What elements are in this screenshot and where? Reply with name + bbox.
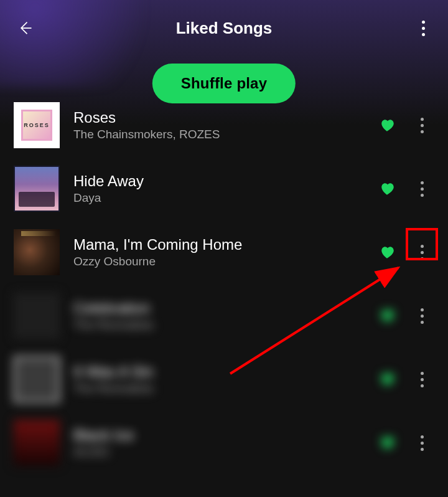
song-info: Mama, I'm Coming Home Ozzy Osbourne bbox=[73, 236, 365, 268]
song-artist: The Revivalists bbox=[73, 318, 365, 332]
heart-icon bbox=[380, 371, 396, 387]
more-vertical-icon bbox=[421, 118, 424, 133]
back-button[interactable] bbox=[12, 16, 37, 40]
more-vertical-icon bbox=[422, 21, 425, 36]
album-art bbox=[14, 102, 60, 148]
song-list: Roses The Chainsmokers, ROZES Hide Away … bbox=[0, 56, 448, 475]
more-vertical-icon bbox=[421, 245, 424, 260]
song-more-button[interactable] bbox=[411, 432, 433, 454]
like-button[interactable] bbox=[378, 243, 397, 262]
shuffle-play-button[interactable]: Shuffle play bbox=[152, 64, 296, 103]
album-art bbox=[14, 420, 60, 466]
song-title: Hide Away bbox=[73, 173, 365, 190]
heart-icon bbox=[380, 308, 396, 324]
song-artist: AC/DC bbox=[73, 445, 365, 459]
song-item[interactable]: Mama, I'm Coming Home Ozzy Osbourne bbox=[0, 220, 448, 284]
song-item[interactable]: Celebration The Revivalists bbox=[0, 284, 448, 348]
song-more-button[interactable] bbox=[411, 178, 433, 200]
more-vertical-icon bbox=[421, 308, 424, 324]
like-button[interactable] bbox=[378, 433, 397, 452]
song-artist: The Chainsmokers, ROZES bbox=[73, 128, 365, 141]
song-title: Celebration bbox=[73, 300, 365, 317]
song-artist: The Revivalists bbox=[73, 382, 365, 395]
album-art bbox=[14, 229, 60, 275]
album-art bbox=[14, 356, 60, 402]
song-title: Roses bbox=[73, 109, 365, 126]
song-title: Mama, I'm Coming Home bbox=[73, 236, 365, 253]
page-title: Liked Songs bbox=[176, 19, 273, 38]
arrow-left-icon bbox=[16, 19, 34, 37]
heart-icon bbox=[380, 181, 396, 197]
header: Liked Songs bbox=[0, 0, 448, 56]
album-art bbox=[14, 293, 60, 339]
song-title: It Was A Sin bbox=[73, 363, 365, 381]
song-item[interactable]: Hide Away Daya bbox=[0, 157, 448, 220]
like-button[interactable] bbox=[378, 179, 397, 198]
song-info: It Was A Sin The Revivalists bbox=[73, 363, 365, 395]
song-info: Hide Away Daya bbox=[73, 173, 365, 205]
song-artist: Ozzy Osbourne bbox=[73, 255, 365, 268]
heart-icon bbox=[380, 117, 396, 133]
more-vertical-icon bbox=[421, 181, 424, 197]
more-vertical-icon bbox=[421, 435, 424, 451]
song-more-button[interactable] bbox=[411, 241, 433, 263]
song-artist: Daya bbox=[73, 191, 365, 205]
song-title: Black Ice bbox=[73, 427, 365, 444]
song-item[interactable]: It Was A Sin The Revivalists bbox=[0, 348, 448, 411]
song-info: Roses The Chainsmokers, ROZES bbox=[73, 109, 365, 141]
song-more-button[interactable] bbox=[411, 114, 433, 136]
song-more-button[interactable] bbox=[411, 305, 433, 327]
song-more-button[interactable] bbox=[411, 368, 433, 391]
like-button[interactable] bbox=[378, 306, 397, 325]
album-art bbox=[14, 166, 60, 212]
like-button[interactable] bbox=[378, 116, 397, 135]
song-info: Celebration The Revivalists bbox=[73, 300, 365, 332]
more-vertical-icon bbox=[421, 372, 424, 387]
heart-icon bbox=[380, 435, 396, 451]
song-item[interactable]: Black Ice AC/DC bbox=[0, 411, 448, 475]
song-info: Black Ice AC/DC bbox=[73, 427, 365, 459]
header-more-button[interactable] bbox=[411, 16, 436, 40]
heart-icon bbox=[380, 244, 396, 260]
like-button[interactable] bbox=[378, 370, 397, 389]
